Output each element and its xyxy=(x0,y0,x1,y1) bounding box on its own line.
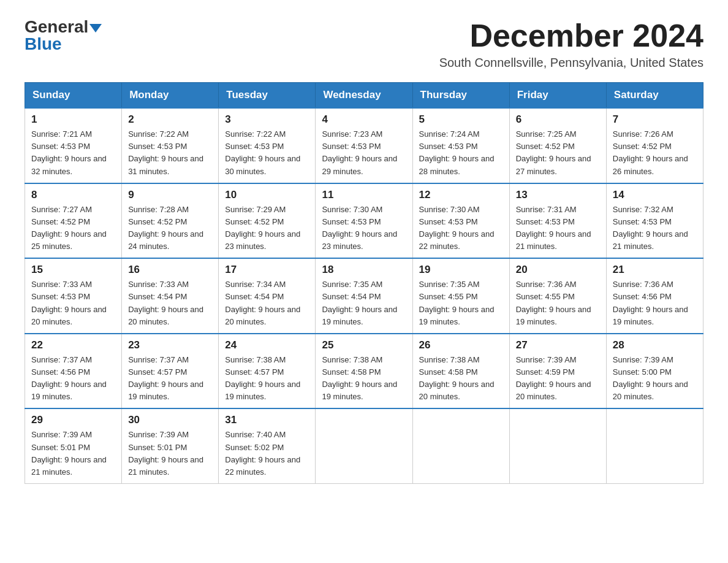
day-number: 24 xyxy=(225,339,309,351)
day-number: 10 xyxy=(225,189,309,201)
table-row: 9 Sunrise: 7:28 AMSunset: 4:52 PMDayligh… xyxy=(122,183,219,259)
logo-text-line2: Blue xyxy=(25,34,62,54)
week-row-2: 8 Sunrise: 7:27 AMSunset: 4:52 PMDayligh… xyxy=(25,183,703,259)
table-row: 29 Sunrise: 7:39 AMSunset: 5:01 PMDaylig… xyxy=(25,408,122,483)
day-number: 7 xyxy=(613,113,697,126)
table-row: 4 Sunrise: 7:23 AMSunset: 4:53 PMDayligh… xyxy=(316,108,412,183)
day-number: 23 xyxy=(128,339,212,351)
day-info: Sunrise: 7:28 AMSunset: 4:52 PMDaylight:… xyxy=(128,205,203,251)
logo: General Blue xyxy=(25,18,102,54)
day-info: Sunrise: 7:33 AMSunset: 4:53 PMDaylight:… xyxy=(31,280,107,326)
day-info: Sunrise: 7:30 AMSunset: 4:53 PMDaylight:… xyxy=(419,205,495,251)
day-number: 12 xyxy=(419,189,503,201)
location-subtitle: South Connellsville, Pennsylvania, Unite… xyxy=(439,56,703,70)
day-number: 14 xyxy=(613,189,697,201)
table-row: 10 Sunrise: 7:29 AMSunset: 4:52 PMDaylig… xyxy=(219,183,316,259)
day-number: 4 xyxy=(322,113,406,126)
table-row: 1 Sunrise: 7:21 AMSunset: 4:53 PMDayligh… xyxy=(25,108,122,183)
table-row: 22 Sunrise: 7:37 AMSunset: 4:56 PMDaylig… xyxy=(25,334,122,409)
col-saturday: Saturday xyxy=(606,83,703,109)
day-info: Sunrise: 7:39 AMSunset: 5:00 PMDaylight:… xyxy=(613,355,688,401)
table-row: 18 Sunrise: 7:35 AMSunset: 4:54 PMDaylig… xyxy=(316,258,412,334)
table-row: 6 Sunrise: 7:25 AMSunset: 4:52 PMDayligh… xyxy=(509,108,606,183)
table-row: 14 Sunrise: 7:32 AMSunset: 4:53 PMDaylig… xyxy=(606,183,703,259)
day-number: 29 xyxy=(31,414,115,426)
day-info: Sunrise: 7:30 AMSunset: 4:53 PMDaylight:… xyxy=(322,205,397,251)
week-row-3: 15 Sunrise: 7:33 AMSunset: 4:53 PMDaylig… xyxy=(25,258,703,334)
day-info: Sunrise: 7:36 AMSunset: 4:56 PMDaylight:… xyxy=(613,280,688,326)
table-row: 19 Sunrise: 7:35 AMSunset: 4:55 PMDaylig… xyxy=(412,258,509,334)
day-info: Sunrise: 7:34 AMSunset: 4:54 PMDaylight:… xyxy=(225,280,300,326)
day-number: 15 xyxy=(31,264,115,276)
logo-triangle-icon xyxy=(89,24,102,33)
table-row: 13 Sunrise: 7:31 AMSunset: 4:53 PMDaylig… xyxy=(509,183,606,259)
col-tuesday: Tuesday xyxy=(219,83,316,109)
table-row: 27 Sunrise: 7:39 AMSunset: 4:59 PMDaylig… xyxy=(509,334,606,409)
day-info: Sunrise: 7:22 AMSunset: 4:53 PMDaylight:… xyxy=(128,129,203,175)
day-info: Sunrise: 7:38 AMSunset: 4:57 PMDaylight:… xyxy=(225,355,300,401)
week-row-1: 1 Sunrise: 7:21 AMSunset: 4:53 PMDayligh… xyxy=(25,108,703,183)
day-number: 18 xyxy=(322,264,406,276)
table-row: 16 Sunrise: 7:33 AMSunset: 4:54 PMDaylig… xyxy=(122,258,219,334)
col-wednesday: Wednesday xyxy=(316,83,412,109)
day-info: Sunrise: 7:32 AMSunset: 4:53 PMDaylight:… xyxy=(613,205,688,251)
day-number: 5 xyxy=(419,113,503,126)
day-number: 28 xyxy=(613,339,697,351)
table-row: 20 Sunrise: 7:36 AMSunset: 4:55 PMDaylig… xyxy=(509,258,606,334)
day-number: 1 xyxy=(31,113,115,126)
day-info: Sunrise: 7:35 AMSunset: 4:54 PMDaylight:… xyxy=(322,280,397,326)
table-row: 28 Sunrise: 7:39 AMSunset: 5:00 PMDaylig… xyxy=(606,334,703,409)
week-row-4: 22 Sunrise: 7:37 AMSunset: 4:56 PMDaylig… xyxy=(25,334,703,409)
day-info: Sunrise: 7:35 AMSunset: 4:55 PMDaylight:… xyxy=(419,280,495,326)
calendar-header-row: Sunday Monday Tuesday Wednesday Thursday… xyxy=(25,83,703,109)
day-number: 22 xyxy=(31,339,115,351)
page-header: General Blue December 2024 South Connell… xyxy=(25,18,703,70)
day-info: Sunrise: 7:29 AMSunset: 4:52 PMDaylight:… xyxy=(225,205,300,251)
col-friday: Friday xyxy=(509,83,606,109)
day-info: Sunrise: 7:31 AMSunset: 4:53 PMDaylight:… xyxy=(516,205,591,251)
day-info: Sunrise: 7:37 AMSunset: 4:57 PMDaylight:… xyxy=(128,355,203,401)
day-info: Sunrise: 7:39 AMSunset: 4:59 PMDaylight:… xyxy=(516,355,591,401)
day-number: 6 xyxy=(516,113,600,126)
table-row: 21 Sunrise: 7:36 AMSunset: 4:56 PMDaylig… xyxy=(606,258,703,334)
day-info: Sunrise: 7:27 AMSunset: 4:52 PMDaylight:… xyxy=(31,205,107,251)
table-row xyxy=(412,408,509,483)
table-row: 5 Sunrise: 7:24 AMSunset: 4:53 PMDayligh… xyxy=(412,108,509,183)
day-info: Sunrise: 7:40 AMSunset: 5:02 PMDaylight:… xyxy=(225,430,300,476)
table-row: 15 Sunrise: 7:33 AMSunset: 4:53 PMDaylig… xyxy=(25,258,122,334)
table-row: 23 Sunrise: 7:37 AMSunset: 4:57 PMDaylig… xyxy=(122,334,219,409)
day-info: Sunrise: 7:36 AMSunset: 4:55 PMDaylight:… xyxy=(516,280,591,326)
day-info: Sunrise: 7:22 AMSunset: 4:53 PMDaylight:… xyxy=(225,129,300,175)
day-number: 2 xyxy=(128,113,212,126)
table-row xyxy=(316,408,412,483)
day-number: 27 xyxy=(516,339,600,351)
month-title: December 2024 xyxy=(439,18,703,53)
table-row: 11 Sunrise: 7:30 AMSunset: 4:53 PMDaylig… xyxy=(316,183,412,259)
day-info: Sunrise: 7:26 AMSunset: 4:52 PMDaylight:… xyxy=(613,129,688,175)
table-row: 3 Sunrise: 7:22 AMSunset: 4:53 PMDayligh… xyxy=(219,108,316,183)
table-row: 25 Sunrise: 7:38 AMSunset: 4:58 PMDaylig… xyxy=(316,334,412,409)
day-number: 11 xyxy=(322,189,406,201)
table-row: 17 Sunrise: 7:34 AMSunset: 4:54 PMDaylig… xyxy=(219,258,316,334)
day-info: Sunrise: 7:23 AMSunset: 4:53 PMDaylight:… xyxy=(322,129,397,175)
day-number: 3 xyxy=(225,113,309,126)
table-row: 12 Sunrise: 7:30 AMSunset: 4:53 PMDaylig… xyxy=(412,183,509,259)
day-number: 9 xyxy=(128,189,212,201)
day-number: 26 xyxy=(419,339,503,351)
day-info: Sunrise: 7:24 AMSunset: 4:53 PMDaylight:… xyxy=(419,129,495,175)
day-number: 25 xyxy=(322,339,406,351)
table-row: 24 Sunrise: 7:38 AMSunset: 4:57 PMDaylig… xyxy=(219,334,316,409)
col-thursday: Thursday xyxy=(412,83,509,109)
table-row: 8 Sunrise: 7:27 AMSunset: 4:52 PMDayligh… xyxy=(25,183,122,259)
calendar-table: Sunday Monday Tuesday Wednesday Thursday… xyxy=(25,82,703,484)
day-number: 30 xyxy=(128,414,212,426)
day-info: Sunrise: 7:21 AMSunset: 4:53 PMDaylight:… xyxy=(31,129,107,175)
day-number: 21 xyxy=(613,264,697,276)
day-info: Sunrise: 7:38 AMSunset: 4:58 PMDaylight:… xyxy=(322,355,397,401)
table-row: 7 Sunrise: 7:26 AMSunset: 4:52 PMDayligh… xyxy=(606,108,703,183)
title-area: December 2024 South Connellsville, Penns… xyxy=(439,18,703,70)
table-row: 2 Sunrise: 7:22 AMSunset: 4:53 PMDayligh… xyxy=(122,108,219,183)
table-row: 31 Sunrise: 7:40 AMSunset: 5:02 PMDaylig… xyxy=(219,408,316,483)
day-number: 31 xyxy=(225,414,309,426)
day-number: 13 xyxy=(516,189,600,201)
